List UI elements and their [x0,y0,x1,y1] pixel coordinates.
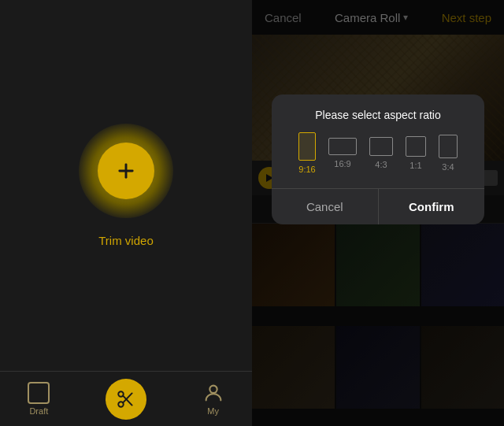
aspect-label-4-3: 4:3 [375,160,387,169]
aspect-label-9-16: 9:16 [298,165,315,174]
aspect-ratio-row: 9:16 16:9 4:3 1:1 [272,132,484,188]
aspect-rect-16-9 [328,138,357,155]
modal-confirm-button[interactable]: Confirm [379,189,485,224]
left-panel: Trim video Draft My [0,0,252,426]
svg-point-6 [209,386,217,393]
aspect-item-4-3[interactable]: 4:3 [369,137,393,169]
modal-overlay: Please select aspect ratio 9:16 16:9 4:3 [252,0,504,426]
aspect-item-9-16[interactable]: 9:16 [298,132,316,174]
trim-circle-inner[interactable] [98,143,154,199]
aspect-label-3-4: 3:4 [442,162,454,172]
nav-my[interactable]: My [202,382,224,416]
aspect-item-16-9[interactable]: 16:9 [328,138,357,169]
aspect-rect-9-16 [298,132,316,161]
aspect-item-1-1[interactable]: 1:1 [406,136,426,170]
plus-icon [115,160,137,182]
scissors-icon [116,389,136,409]
aspect-rect-3-4 [439,135,458,158]
my-label: My [207,406,219,416]
scissors-button[interactable] [106,379,146,420]
person-icon [202,382,224,404]
aspect-label-1-1: 1:1 [410,161,421,170]
aspect-item-3-4[interactable]: 3:4 [439,135,458,172]
trim-label: Trim video [98,234,153,247]
trim-video-area: Trim video [79,0,173,371]
aspect-ratio-modal: Please select aspect ratio 9:16 16:9 4:3 [272,94,484,224]
modal-title: Please select aspect ratio [272,94,484,132]
bottom-nav: Draft My [0,371,252,426]
draft-label: Draft [29,406,48,416]
modal-cancel-button[interactable]: Cancel [272,189,379,224]
draft-icon [28,382,50,404]
right-panel: Cancel Camera Roll ▾ Next step Videos Ph… [252,0,504,426]
trim-circle-outer[interactable] [79,124,173,218]
aspect-label-16-9: 16:9 [334,159,350,169]
nav-draft[interactable]: Draft [28,382,50,416]
modal-buttons: Cancel Confirm [272,188,484,224]
aspect-rect-4-3 [369,137,393,156]
aspect-rect-1-1 [406,136,426,157]
